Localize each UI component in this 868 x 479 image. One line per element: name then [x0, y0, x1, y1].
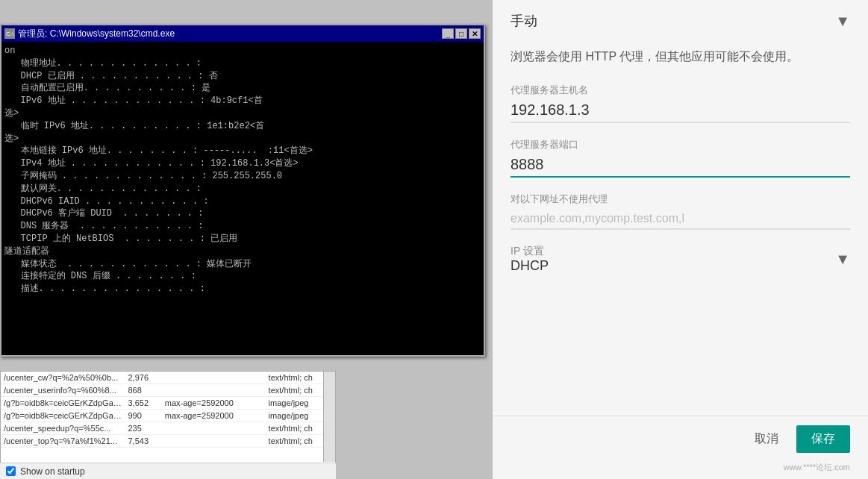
log-cell-size: 2,976 [125, 372, 162, 384]
cmd-title: 管理员: C:\Windows\system32\cmd.exe [18, 28, 175, 40]
network-log-table: /ucenter_cw?q=%2a%50%0b...2,976text/html… [1, 372, 335, 448]
log-cell-url: /ucenter_speedup?q=%55c... [1, 422, 125, 435]
proxy-info-text: 浏览器会使用 HTTP 代理，但其他应用可能不会使用。 [511, 48, 850, 66]
log-cell-size: 235 [125, 422, 162, 435]
cmd-minimize-button[interactable]: _ [442, 28, 454, 39]
right-panel: 手动 ▼ 浏览器会使用 HTTP 代理，但其他应用可能不会使用。 代理服务器主机… [493, 0, 868, 479]
cmd-line: TCPIP 上的 NetBIOS . . . . . . . : 已启用 [4, 233, 481, 245]
cmd-window: C:\ 管理员: C:\Windows\system32\cmd.exe _ □… [0, 24, 485, 357]
log-row: /ucenter_cw?q=%2a%50%0b...2,976text/html… [1, 372, 335, 384]
ip-settings-label: IP 设置 [511, 245, 549, 258]
proxy-mode-dropdown-icon[interactable]: ▼ [835, 13, 850, 30]
no-proxy-placeholder-text: example.com,mycomp.test.com,l [511, 212, 684, 225]
cmd-titlebar-left: C:\ 管理员: C:\Windows\system32\cmd.exe [4, 28, 175, 40]
log-cell-size: 868 [125, 384, 162, 397]
proxy-port-input[interactable] [511, 156, 850, 173]
save-button[interactable]: 保存 [796, 425, 850, 453]
cmd-line: IPv6 地址 . . . . . . . . . . . . : 4b:9cf… [4, 95, 481, 107]
proxy-section: 手动 ▼ 浏览器会使用 HTTP 代理，但其他应用可能不会使用。 代理服务器主机… [493, 0, 868, 416]
log-cell-url: /ucenter_userinfo?q=%60%8... [1, 384, 125, 397]
cmd-line: 连接特定的 DNS 后缀 . . . . . . . : [4, 270, 481, 283]
log-cell-url: /g?b=oidb8k=ceicGErKZdpGaI... [1, 397, 125, 410]
cmd-line: 本地链接 IPv6 地址. . . . . . . . : -----.....… [4, 145, 481, 157]
log-row: /g?b=oidb8k=ceicGErKZdpGaI...3,652max-ag… [1, 397, 335, 410]
log-cell-size: 990 [125, 410, 162, 422]
ip-settings-value: DHCP [511, 258, 549, 274]
cmd-line: 描述. . . . . . . . . . . . . . . : [4, 283, 481, 295]
proxy-host-input[interactable] [511, 101, 850, 119]
proxy-mode-value: 手动 [511, 12, 537, 30]
cmd-controls[interactable]: _ □ ✕ [442, 28, 481, 39]
no-proxy-input-area[interactable]: example.com,mycomp.test.com,l [511, 212, 850, 230]
cmd-line: DHCP 已启用 . . . . . . . . . . . : 否 [4, 70, 481, 83]
log-cell-size: 3,652 [125, 397, 162, 410]
log-row: /ucenter_top?q=%7a%f1%21...7,543text/htm… [1, 435, 335, 448]
cmd-line: 临时 IPv6 地址. . . . . . . . . . : 1e1:b2e2… [4, 120, 481, 133]
ip-settings-dropdown-icon[interactable]: ▼ [835, 251, 850, 268]
proxy-host-label: 代理服务器主机名 [511, 84, 850, 97]
log-row: /ucenter_userinfo?q=%60%8...868text/html… [1, 384, 335, 397]
proxy-port-value [511, 156, 850, 178]
log-cell-url: /g?b=oidb8k=ceicGErKZdpGaI... [1, 410, 125, 422]
cmd-restore-button[interactable]: □ [455, 28, 467, 39]
no-proxy-label: 对以下网址不使用代理 [511, 192, 850, 206]
log-cell-cache: max-age=2592000 [162, 397, 266, 410]
cmd-output: on 物理地址. . . . . . . . . . . . . : DHCP … [1, 42, 484, 355]
cmd-line: 物理地址. . . . . . . . . . . . . : [4, 57, 481, 70]
cmd-close-button[interactable]: ✕ [469, 28, 481, 39]
cmd-line: 子网掩码 . . . . . . . . . . . . . : 255.255… [4, 170, 481, 183]
proxy-port-group: 代理服务器端口 [511, 138, 850, 178]
action-bar: 取消 保存 [493, 416, 868, 462]
log-cell-cache [162, 422, 266, 435]
cmd-line: DHCPv6 客户端 DUID . . . . . . . : [4, 207, 481, 220]
cmd-line: DHCPv6 IAID . . . . . . . . . . . : [4, 195, 481, 208]
cmd-line: IPv4 地址 . . . . . . . . . . . . : 192.16… [4, 157, 481, 170]
cancel-button[interactable]: 取消 [749, 428, 784, 450]
proxy-host-value [511, 101, 850, 123]
proxy-host-group: 代理服务器主机名 [511, 84, 850, 123]
left-panel: C:\ 管理员: C:\Windows\system32\cmd.exe _ □… [0, 0, 493, 479]
cmd-titlebar: C:\ 管理员: C:\Windows\system32\cmd.exe _ □… [1, 25, 484, 42]
log-cell-url: /ucenter_cw?q=%2a%50%0b... [1, 372, 125, 384]
cmd-line: on [4, 45, 481, 57]
cmd-line: 自动配置已启用. . . . . . . . . . : 是 [4, 82, 481, 95]
cmd-line: 默认网关. . . . . . . . . . . . . : [4, 183, 481, 195]
proxy-port-label: 代理服务器端口 [511, 138, 850, 151]
show-startup-label: Show on startup [20, 466, 85, 477]
log-cell-cache [162, 372, 266, 384]
cmd-line: 选> [4, 107, 481, 120]
watermark: www.****论坛.com [493, 462, 868, 479]
proxy-mode-row[interactable]: 手动 ▼ [511, 12, 850, 33]
log-cell-cache [162, 435, 266, 448]
network-log-footer: Show on startup [0, 463, 336, 479]
show-startup-checkbox[interactable] [6, 466, 16, 476]
log-cell-cache: max-age=2592000 [162, 410, 266, 422]
log-scrollbar[interactable] [323, 371, 335, 462]
log-row: /ucenter_speedup?q=%55c...235text/html; … [1, 422, 335, 435]
cmd-line: 隧道适配器 [4, 245, 481, 258]
cmd-line: 选> [4, 133, 481, 145]
cmd-line: DNS 服务器 . . . . . . . . . . . : [4, 220, 481, 233]
log-cell-size: 7,543 [125, 435, 162, 448]
log-cell-cache [162, 384, 266, 397]
no-proxy-group: 对以下网址不使用代理 example.com,mycomp.test.com,l [511, 192, 850, 230]
log-cell-url: /ucenter_top?q=%7a%f1%21... [1, 435, 125, 448]
log-row: /g?b=oidb8k=ceicGErKZdpGaI...990max-age=… [1, 410, 335, 422]
ip-settings-row[interactable]: IP 设置 DHCP ▼ [511, 245, 850, 277]
cmd-icon: C:\ [4, 28, 15, 39]
cmd-line: 媒体状态 . . . . . . . . . . . . : 媒体已断开 [4, 258, 481, 271]
